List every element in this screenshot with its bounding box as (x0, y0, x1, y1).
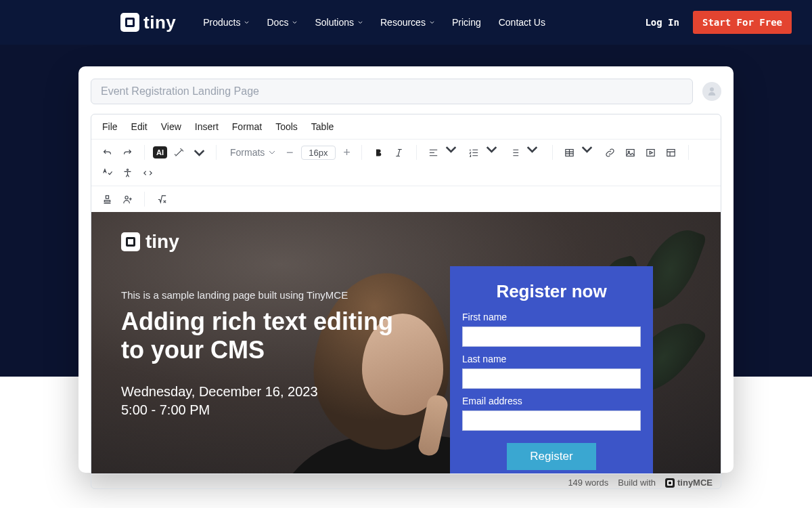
toolbar-secondary (91, 186, 721, 212)
bold-button[interactable] (370, 144, 388, 161)
menu-format[interactable]: Format (232, 121, 262, 132)
font-size-control: − 16px + (284, 146, 353, 160)
last-name-label: Last name (462, 354, 641, 364)
nav-pricing[interactable]: Pricing (452, 17, 481, 28)
register-title: Register now (462, 281, 641, 302)
chevron-down-icon (269, 149, 275, 156)
formats-select[interactable]: Formats (225, 147, 281, 158)
numlist-dropdown-icon[interactable] (486, 144, 503, 161)
bullist-dropdown-icon[interactable] (526, 144, 544, 161)
menu-table[interactable]: Table (311, 121, 334, 132)
svg-rect-4 (667, 149, 675, 156)
svg-point-5 (127, 169, 128, 170)
start-free-button[interactable]: Start For Free (693, 11, 792, 34)
add-user-button[interactable] (118, 190, 136, 208)
headline-text: Adding rich text editing to your CMS (121, 308, 419, 365)
nav-docs[interactable]: Docs (267, 17, 297, 28)
template-button[interactable] (662, 144, 680, 161)
equation-button[interactable] (153, 190, 171, 208)
numbered-list-button[interactable] (466, 144, 483, 161)
register-card: Register now First name Last name Email … (450, 266, 653, 473)
first-name-input[interactable] (462, 326, 641, 347)
code-button[interactable] (139, 164, 156, 182)
brand-text: tiny (143, 12, 176, 33)
brand-icon (120, 13, 139, 32)
align-dropdown-icon[interactable] (445, 144, 463, 161)
menu-tools[interactable]: Tools (275, 121, 298, 132)
media-button[interactable] (642, 144, 660, 161)
ai-button[interactable]: AI (153, 146, 167, 158)
undo-button[interactable] (98, 144, 116, 161)
word-count[interactable]: 149 words (568, 478, 608, 488)
tinymce-icon (665, 478, 675, 488)
email-label: Email address (462, 396, 641, 406)
bullet-list-button[interactable] (506, 144, 524, 161)
accessibility-button[interactable] (118, 164, 136, 182)
stamp-button[interactable] (98, 190, 116, 208)
menu-insert[interactable]: Insert (195, 121, 219, 132)
top-nav: tiny Products Docs Solutions Resources P… (0, 0, 812, 45)
svg-point-6 (125, 196, 127, 198)
user-avatar[interactable] (702, 82, 721, 101)
menu-bar: File Edit View Insert Format Tools Table (91, 114, 721, 140)
document-title-input[interactable]: Event Registration Landing Page (91, 79, 693, 104)
powered-by-tinymce[interactable]: tinyMCE (665, 478, 713, 488)
decrease-font-button[interactable]: − (284, 146, 296, 158)
brand-logo[interactable]: tiny (120, 12, 176, 33)
svg-rect-1 (627, 149, 634, 156)
menu-view[interactable]: View (161, 121, 181, 132)
editor-card: Event Registration Landing Page File Edi… (78, 66, 734, 473)
editor-content[interactable]: tiny This is a sample landing page built… (91, 212, 721, 473)
build-with-label: Build with (618, 478, 656, 488)
login-link[interactable]: Log In (645, 17, 679, 28)
font-size-value[interactable]: 16px (301, 146, 335, 160)
nav-contact[interactable]: Contact Us (499, 17, 545, 28)
magic-wand-dropdown-icon[interactable] (190, 144, 208, 161)
toolbar-primary: AI Formats − 16px + (91, 140, 721, 186)
align-button[interactable] (425, 144, 443, 161)
nav-products[interactable]: Products (203, 17, 249, 28)
primary-nav: Products Docs Solutions Resources Pricin… (203, 17, 545, 28)
italic-button[interactable] (390, 144, 408, 161)
increase-font-button[interactable]: + (341, 146, 353, 158)
person-icon (706, 85, 718, 98)
table-button[interactable] (561, 144, 579, 161)
redo-button[interactable] (118, 144, 136, 161)
document-title-placeholder: Event Registration Landing Page (101, 85, 259, 98)
magic-wand-button[interactable] (170, 144, 187, 161)
nav-solutions[interactable]: Solutions (315, 17, 363, 28)
status-bar: 149 words Build with tinyMCE (91, 473, 721, 488)
image-button[interactable] (622, 144, 639, 161)
email-input[interactable] (462, 410, 641, 431)
menu-edit[interactable]: Edit (131, 121, 148, 132)
nav-resources[interactable]: Resources (380, 17, 434, 28)
tinymce-editor: File Edit View Insert Format Tools Table… (91, 114, 721, 489)
spellcheck-button[interactable] (98, 164, 116, 182)
content-brand: tiny (121, 231, 691, 253)
link-button[interactable] (602, 144, 619, 161)
table-dropdown-icon[interactable] (581, 144, 599, 161)
last-name-input[interactable] (462, 368, 641, 389)
register-button[interactable]: Register (507, 443, 595, 470)
menu-file[interactable]: File (102, 121, 118, 132)
first-name-label: First name (462, 312, 641, 322)
brand-icon (121, 232, 140, 251)
